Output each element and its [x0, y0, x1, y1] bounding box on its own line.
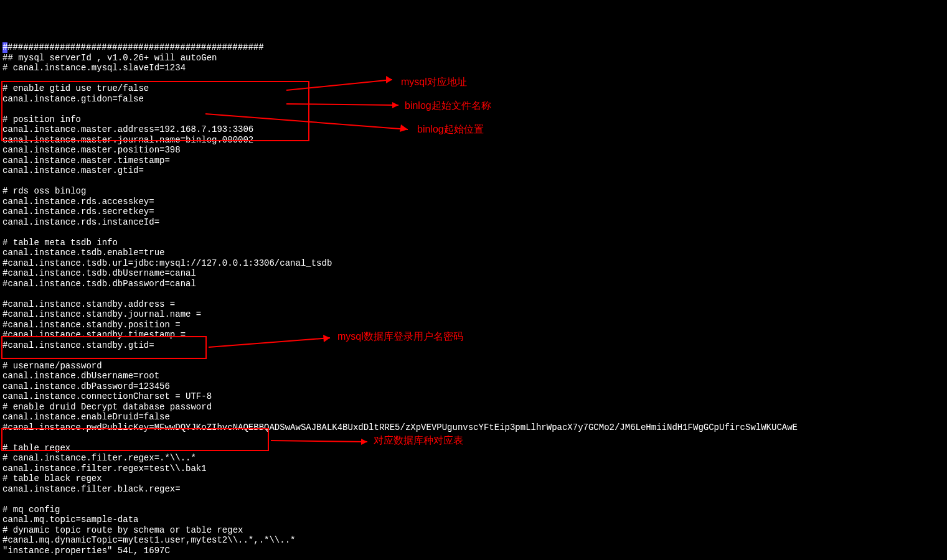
config-line: #canal.instance.pwdPublicKey=MFwwDQYJKoZ…: [2, 422, 798, 432]
config-line: #canal.mq.dynamicTopic=mytest1.user,myte…: [2, 535, 295, 545]
config-line: # rds oss binlog: [2, 186, 86, 196]
file-status-line: "instance.properties" 54L, 1697C: [2, 546, 170, 556]
annotation-db-table: 对应数据库种对应表: [374, 436, 463, 446]
cursor-icon: #: [2, 42, 7, 53]
config-line: # table meta tsdb info: [2, 238, 118, 248]
config-line: # enable druid Decrypt database password: [2, 402, 212, 412]
config-line: #canal.instance.tsdb.url=jdbc:mysql://12…: [2, 258, 332, 268]
config-line: canal.instance.dbUsername=root: [2, 371, 159, 381]
config-line: canal.instance.tsdb.enable=true: [2, 248, 164, 258]
config-line: canal.instance.enableDruid=false: [2, 412, 170, 422]
annotation-binlog-position: binlog起始位置: [417, 124, 484, 135]
config-line: canal.instance.connectionCharset = UTF-8: [2, 391, 212, 401]
annotation-mysql-address: mysql对应地址: [401, 77, 467, 88]
config-line: ## mysql serverId , v1.0.26+ will autoGe…: [2, 53, 217, 63]
config-line: #canal.instance.standby.gtid=: [2, 340, 154, 350]
config-line: #canal.instance.standby.position =: [2, 320, 181, 330]
config-line: canal.instance.rds.instanceId=: [2, 217, 159, 227]
config-line: canal.instance.rds.accesskey=: [2, 197, 154, 207]
config-line: #canal.instance.tsdb.dbUsername=canal: [2, 268, 196, 278]
annotation-db-credentials: mysql数据库登录用户名密码: [337, 332, 463, 342]
config-line: #canal.instance.tsdb.dbPassword=canal: [2, 279, 196, 289]
config-line: # username/password: [2, 361, 102, 371]
config-line: canal.instance.master.address=192.168.7.…: [2, 124, 253, 134]
config-line: canal.instance.master.timestamp=: [2, 156, 170, 166]
config-line: # position info: [2, 114, 81, 124]
config-line: # canal.instance.mysql.slaveId=1234: [2, 63, 186, 73]
config-line: ########################################…: [7, 42, 264, 52]
config-line: #canal.instance.standby.journal.name =: [2, 309, 201, 319]
config-line: #canal.instance.standby.timestamp =: [2, 330, 186, 340]
config-line: canal.instance.dbPassword=123456: [2, 381, 170, 391]
config-line: canal.instance.filter.black.regex=: [2, 484, 181, 494]
config-line: canal.instance.master.position=398: [2, 145, 181, 155]
config-line: # table regex: [2, 443, 70, 453]
config-line: canal.instance.master.journal.name=binlo…: [2, 135, 253, 145]
config-line: # enable gtid use true/false: [2, 83, 149, 93]
config-line: # canal.instance.filter.regex=.*\\..*: [2, 453, 196, 463]
config-line: # mq config: [2, 505, 60, 515]
config-line: # dynamic topic route by schema or table…: [2, 525, 243, 535]
config-line: canal.instance.filter.regex=test\\.bak1: [2, 464, 207, 474]
annotation-binlog-filename: binlog起始文件名称: [405, 101, 491, 111]
config-line: # table black regex: [2, 474, 102, 483]
config-line: #canal.instance.standby.address =: [2, 299, 175, 309]
config-line: canal.instance.rds.secretkey=: [2, 207, 154, 217]
config-line: canal.mq.topic=sample-data: [2, 515, 138, 525]
config-line: canal.instance.gtidon=false: [2, 94, 144, 104]
config-line: canal.instance.master.gtid=: [2, 166, 144, 175]
terminal-output[interactable]: ########################################…: [0, 41, 947, 557]
